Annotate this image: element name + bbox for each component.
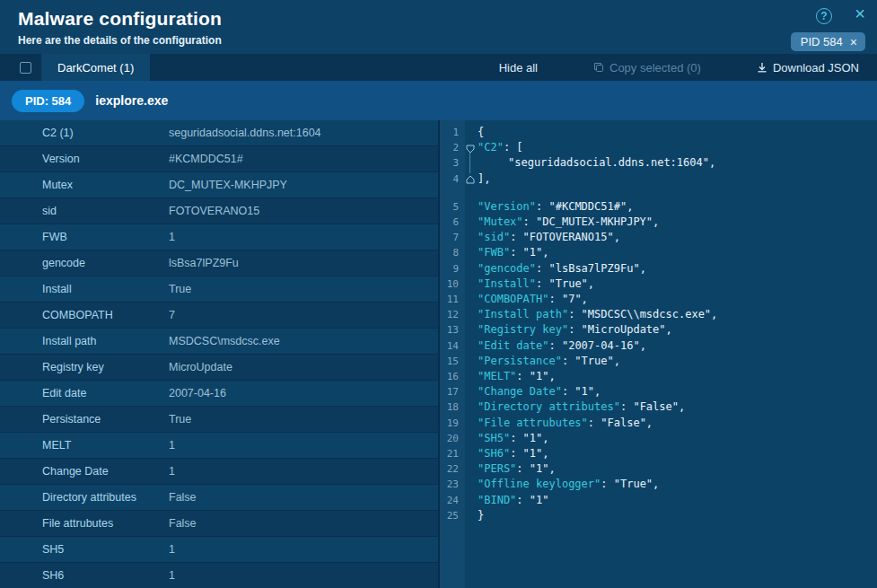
line-number: 13: [440, 322, 465, 338]
config-row[interactable]: SH51: [0, 537, 438, 563]
json-line: 9"gencode": "lsBsa7lPZ9Fu",: [440, 261, 877, 276]
json-line: 5"Version": "#KCMDDC51#",: [440, 199, 877, 215]
hide-all-button[interactable]: Hide all: [499, 61, 538, 75]
select-all-checkbox[interactable]: [20, 62, 31, 74]
tab-actions: Hide all Copy selected (0) Download JSON: [499, 61, 877, 75]
json-line-content: "COMBOPATH": "7",: [465, 292, 588, 307]
copy-icon: [593, 62, 604, 73]
json-text: {: [478, 126, 484, 138]
pid-filter-chip[interactable]: PID 584 ×: [791, 32, 865, 51]
config-key: Edit date: [42, 387, 169, 399]
json-text: : "True",: [601, 478, 659, 490]
config-key: Registry key: [42, 361, 169, 373]
json-line: 10"Install": "True",: [440, 276, 877, 292]
copy-selected-label: Copy selected (0): [610, 61, 701, 75]
json-text: : "1": [516, 494, 548, 506]
config-value: 2007-04-16: [169, 387, 226, 399]
config-row[interactable]: MELT1: [0, 433, 438, 459]
panel-header: Malware configuration Here are the detai…: [0, 0, 877, 54]
config-key: COMBOPATH: [42, 309, 169, 321]
config-row[interactable]: File attrubutesFalse: [0, 511, 438, 537]
line-number: 25: [440, 508, 465, 523]
line-number: 1: [440, 125, 465, 140]
config-row[interactable]: COMBOPATH7: [0, 303, 438, 329]
config-row[interactable]: Change Date1: [0, 459, 438, 485]
download-json-button[interactable]: Download JSON: [757, 61, 859, 75]
help-icon[interactable]: ?: [816, 8, 832, 24]
config-row[interactable]: sidFOTOVERANO15: [0, 198, 438, 224]
json-viewer-lines: 1{2"C2": [3"seguridadsocial.ddns.net:160…: [440, 125, 877, 523]
page-title: Malware configuration: [18, 8, 877, 30]
json-key: "Version": [478, 200, 536, 213]
line-number: 14: [440, 338, 465, 354]
json-text: : "MicroUpdate",: [568, 323, 672, 336]
config-row[interactable]: InstallTrue: [0, 276, 438, 303]
tab-darkcomet[interactable]: DarkComet (1): [41, 54, 150, 81]
json-key: "Persistance": [478, 355, 562, 367]
fold-collapse-icon[interactable]: [466, 143, 475, 153]
json-line-content: "Offline keylogger": "True",: [465, 477, 659, 492]
line-number: 23: [440, 477, 465, 492]
config-value: DC_MUTEX-MKHPJPY: [169, 179, 287, 191]
json-line: 8"FWB": "1",: [440, 245, 877, 260]
line-number: 11: [440, 292, 465, 307]
config-key: File attrubutes: [42, 517, 169, 530]
json-key: "Edit date": [478, 339, 548, 352]
config-key: Install: [42, 283, 169, 295]
json-line: 11"COMBOPATH": "7",: [440, 292, 877, 307]
json-line-content: "Persistance": "True",: [465, 354, 620, 369]
json-key: "Change Date": [478, 385, 562, 398]
config-key: SH6: [42, 569, 169, 582]
config-row[interactable]: Registry keyMicroUpdate: [0, 355, 438, 381]
close-icon[interactable]: ×: [855, 4, 865, 22]
config-value: 7: [169, 309, 175, 321]
config-row[interactable]: PersistanceTrue: [0, 407, 438, 433]
json-text: : "True",: [536, 277, 594, 290]
malware-configuration-panel: Malware configuration Here are the detai…: [0, 0, 877, 588]
config-row[interactable]: FWB1: [0, 224, 438, 250]
json-text: : "DC_MUTEX-MKHPJPY",: [523, 215, 660, 228]
json-line: 20"SH5": "1",: [440, 431, 877, 446]
config-row[interactable]: Install pathMSDCSC\msdcsc.exe: [0, 329, 438, 355]
config-row[interactable]: Directory attributesFalse: [0, 485, 438, 511]
json-text: : "1",: [562, 385, 601, 398]
json-line: 4],: [440, 171, 877, 187]
json-line-content: "File attrubutes": "False",: [465, 416, 653, 431]
json-line-content: "Registry key": "MicroUpdate",: [465, 322, 672, 338]
json-line-content: "MELT": "1",: [465, 369, 556, 384]
json-key: "File attrubutes": [478, 417, 588, 429]
config-key: MELT: [42, 439, 169, 452]
json-line: 17"Change Date": "1",: [440, 384, 877, 399]
config-value: False: [169, 491, 197, 504]
json-key: "sid": [478, 231, 510, 243]
json-line-content: "Change Date": "1",: [465, 384, 601, 399]
json-key: "Directory attributes": [478, 400, 620, 413]
pid-chip-close-icon[interactable]: ×: [850, 36, 857, 48]
config-row[interactable]: Edit date2007-04-16: [0, 381, 438, 407]
json-text: : [: [504, 141, 523, 154]
json-line: 24"BIND": "1": [440, 493, 877, 508]
line-number: 17: [440, 384, 465, 399]
config-key: FWB: [42, 231, 169, 243]
json-line-content: {: [465, 125, 484, 140]
process-bar: PID: 584 iexplore.exe: [0, 81, 877, 120]
json-line: 14"Edit date": "2007-04-16",: [440, 338, 877, 354]
config-row[interactable]: Version#KCMDDC51#: [0, 146, 438, 172]
json-line-content: "PERS": "1",: [465, 461, 556, 477]
config-row[interactable]: SH61: [0, 563, 438, 588]
pid-chip-label: PID 584: [801, 35, 843, 48]
fold-end-icon[interactable]: [466, 174, 475, 184]
config-value: MSDCSC\msdcsc.exe: [169, 335, 280, 347]
json-line: 16"MELT": "1",: [440, 369, 877, 384]
config-value: 1: [169, 543, 175, 556]
config-value: #KCMDDC51#: [169, 153, 243, 165]
json-line-content: "SH6": "1",: [465, 446, 548, 461]
json-line: 6"Mutex": "DC_MUTEX-MKHPJPY",: [440, 215, 877, 230]
config-key: Persistance: [42, 413, 169, 426]
copy-selected-button[interactable]: Copy selected (0): [593, 61, 701, 75]
config-row[interactable]: gencodelsBsa7lPZ9Fu: [0, 250, 438, 276]
json-text: : "#KCMDDC51#",: [536, 200, 633, 213]
config-row[interactable]: C2 (1)seguridadsocial.ddns.net:1604: [0, 120, 438, 146]
json-text: : "1",: [516, 370, 555, 382]
config-row[interactable]: MutexDC_MUTEX-MKHPJPY: [0, 172, 438, 198]
